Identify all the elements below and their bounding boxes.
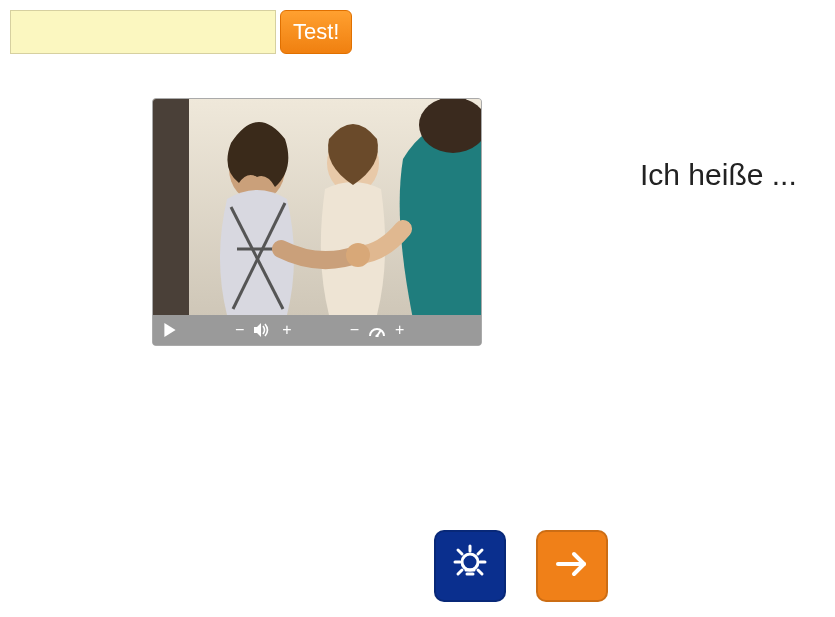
svg-line-18 xyxy=(478,570,482,574)
play-icon[interactable] xyxy=(163,323,177,337)
svg-line-16 xyxy=(478,550,482,554)
speed-down-button[interactable]: − xyxy=(350,321,359,339)
test-button[interactable]: Test! xyxy=(280,10,352,54)
volume-up-button[interactable]: + xyxy=(282,321,291,339)
svg-line-10 xyxy=(377,330,381,336)
bottom-buttons xyxy=(434,530,608,602)
speed-up-button[interactable]: + xyxy=(395,321,404,339)
svg-line-15 xyxy=(458,550,462,554)
lightbulb-icon xyxy=(448,542,492,590)
volume-down-button[interactable]: − xyxy=(235,321,244,339)
answer-row: Test! xyxy=(10,10,352,54)
arrow-right-icon xyxy=(550,542,594,590)
answer-input[interactable] xyxy=(10,10,276,54)
media-controls: − + − + xyxy=(153,315,481,345)
speed-group: − + xyxy=(350,321,405,339)
svg-line-17 xyxy=(458,570,462,574)
media-card: − + − + xyxy=(152,98,482,346)
next-button[interactable] xyxy=(536,530,608,602)
svg-point-8 xyxy=(346,243,370,267)
hint-button[interactable] xyxy=(434,530,506,602)
gauge-icon[interactable] xyxy=(369,323,385,337)
svg-point-11 xyxy=(462,554,478,570)
media-image xyxy=(153,99,481,315)
volume-icon[interactable] xyxy=(254,323,272,337)
prompt-text: Ich heiße ... xyxy=(640,158,797,192)
volume-group: − + xyxy=(235,321,292,339)
svg-rect-1 xyxy=(153,99,189,315)
